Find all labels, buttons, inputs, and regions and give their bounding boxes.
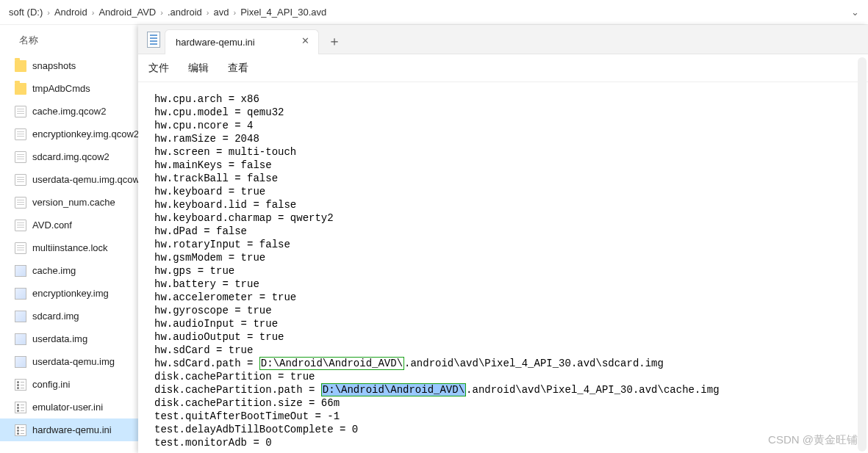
- file-name: AVD.conf: [32, 220, 72, 231]
- file-row[interactable]: emulator-user.ini: [0, 396, 138, 418]
- file-name: userdata-qemu.img: [32, 356, 115, 367]
- folder-icon: [15, 83, 26, 95]
- file-row[interactable]: cache.img.qcow2: [0, 100, 138, 123]
- file-name: tmpAdbCmds: [32, 83, 90, 94]
- vertical-scrollbar[interactable]: [858, 57, 867, 452]
- breadcrumb-item[interactable]: Android_AVD: [98, 7, 156, 18]
- file-row[interactable]: encryptionkey.img.qcow2: [0, 123, 138, 145]
- breadcrumb-item[interactable]: Android: [54, 7, 87, 18]
- menu-edit[interactable]: 编辑: [188, 62, 209, 75]
- chevron-right-icon: ›: [92, 8, 95, 17]
- file-name: sdcard.img.qcow2: [32, 151, 110, 162]
- file-icon: [15, 174, 26, 186]
- file-name: hardware-qemu.ini: [32, 424, 112, 435]
- ini-icon: [15, 402, 26, 413]
- file-name: snapshots: [32, 60, 76, 71]
- new-tab-button[interactable]: ＋: [323, 30, 345, 52]
- file-name: version_num.cache: [32, 197, 115, 208]
- file-row[interactable]: AVD.conf: [0, 214, 138, 236]
- ini-icon: [15, 379, 26, 391]
- img-icon: [15, 265, 26, 277]
- chevron-right-icon: ›: [207, 8, 209, 17]
- highlighted-path: D:\Android\Android_AVD\: [259, 357, 404, 370]
- file-row[interactable]: tmpAdbCmds: [0, 77, 138, 100]
- file-name: userdata.img: [32, 333, 87, 344]
- column-header-name[interactable]: 名称: [0, 29, 138, 54]
- img-icon: [15, 288, 26, 300]
- notepad-icon: [147, 32, 160, 48]
- file-row[interactable]: userdata-qemu.img.qcow2: [0, 168, 138, 191]
- file-row[interactable]: config.ini: [0, 373, 138, 396]
- file-name: multiinstance.lock: [32, 242, 108, 253]
- breadcrumb-item[interactable]: Pixel_4_API_30.avd: [240, 7, 326, 18]
- file-name: sdcard.img: [32, 311, 79, 322]
- editor-content[interactable]: hw.cpu.arch = x86 hw.cpu.model = qemu32 …: [138, 82, 868, 453]
- file-name: encryptionkey.img: [32, 288, 109, 299]
- file-row[interactable]: sdcard.img: [0, 305, 138, 327]
- breadcrumb-item[interactable]: soft (D:): [9, 7, 43, 18]
- file-icon: [15, 106, 26, 117]
- img-icon: [15, 356, 26, 368]
- file-name: emulator-user.ini: [32, 402, 103, 413]
- chevron-right-icon: ›: [160, 8, 163, 17]
- breadcrumb-item[interactable]: .android: [168, 7, 202, 18]
- breadcrumb-item[interactable]: avd: [214, 7, 229, 18]
- chevron-down-icon[interactable]: ⌄: [851, 7, 859, 18]
- file-name: userdata-qemu.img.qcow2: [32, 174, 138, 185]
- file-row[interactable]: multiinstance.lock: [0, 236, 138, 259]
- file-row[interactable]: userdata.img: [0, 327, 138, 350]
- file-row[interactable]: sdcard.img.qcow2: [0, 145, 138, 168]
- folder-icon: [15, 60, 26, 72]
- file-name: cache.img.qcow2: [32, 106, 106, 117]
- tab-bar: hardware-qemu.ini ✕ ＋: [138, 25, 868, 54]
- img-icon: [15, 333, 26, 345]
- file-row[interactable]: encryptionkey.img: [0, 282, 138, 305]
- tab-hardware-qemu[interactable]: hardware-qemu.ini ✕: [165, 29, 319, 54]
- file-row[interactable]: snapshots: [0, 54, 138, 77]
- file-name: config.ini: [32, 379, 70, 390]
- file-list-panel: 名称 snapshotstmpAdbCmdscache.img.qcow2enc…: [0, 25, 138, 453]
- file-name: encryptionkey.img.qcow2: [32, 128, 138, 139]
- menu-bar: 文件 编辑 查看: [138, 54, 868, 82]
- editor-window: hardware-qemu.ini ✕ ＋ 文件 编辑 查看 hw.cpu.ar…: [138, 25, 868, 453]
- file-icon: [15, 220, 26, 231]
- file-row[interactable]: userdata-qemu.img: [0, 350, 138, 373]
- tab-title: hardware-qemu.ini: [176, 37, 255, 48]
- img-icon: [15, 311, 26, 322]
- file-icon: [15, 151, 26, 163]
- file-name: cache.img: [32, 265, 76, 276]
- file-icon: [15, 197, 26, 209]
- file-row[interactable]: cache.img: [0, 259, 138, 282]
- file-icon: [15, 128, 26, 140]
- close-icon[interactable]: ✕: [299, 36, 311, 48]
- file-icon: [15, 242, 26, 254]
- watermark: CSDN @黄金旺铺: [768, 433, 858, 447]
- selected-path: D:\Android\Android_AVD\: [321, 383, 466, 396]
- menu-view[interactable]: 查看: [228, 62, 248, 75]
- ini-icon: [15, 424, 26, 436]
- breadcrumb: soft (D:) › Android › Android_AVD › .and…: [0, 0, 868, 25]
- chevron-right-icon: ›: [234, 8, 237, 17]
- file-row[interactable]: hardware-qemu.ini: [0, 418, 138, 441]
- chevron-right-icon: ›: [47, 8, 50, 17]
- menu-file[interactable]: 文件: [148, 62, 169, 75]
- file-row[interactable]: version_num.cache: [0, 191, 138, 214]
